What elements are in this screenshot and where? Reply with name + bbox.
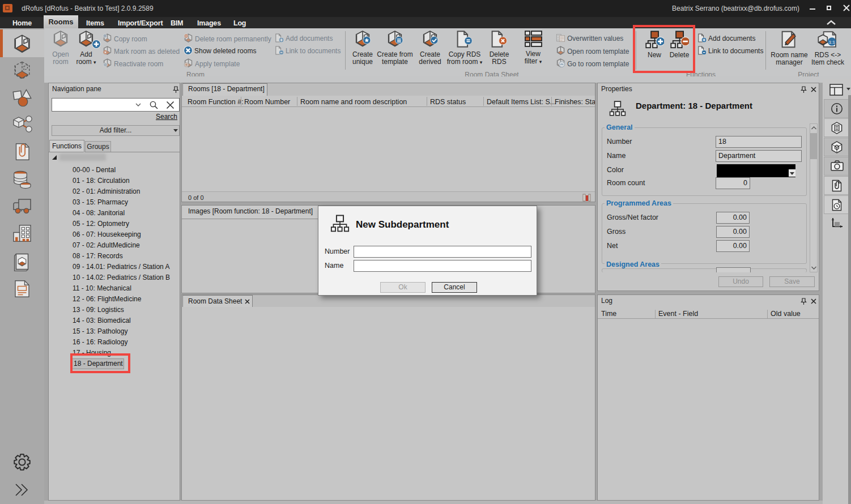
svg-text:1:1: 1:1: [829, 40, 836, 45]
